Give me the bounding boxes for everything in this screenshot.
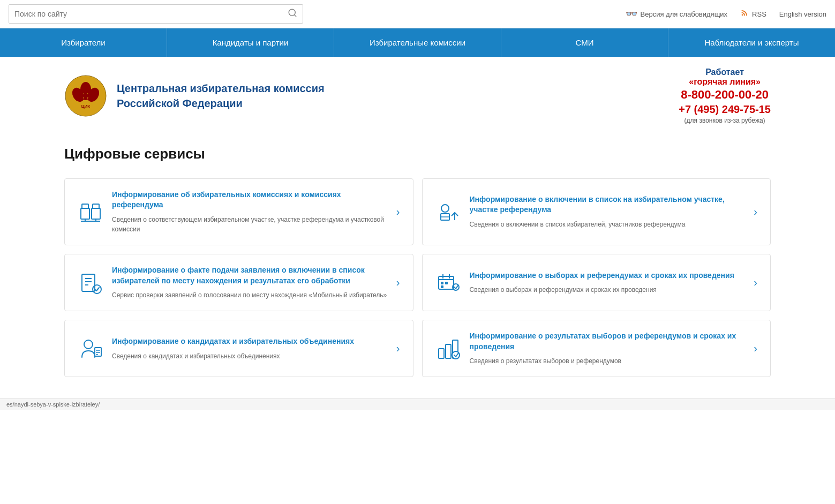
service-title-5: Информирование о кандидатах и избиратель… bbox=[112, 336, 388, 347]
service-card-3[interactable]: Информирование о факте подачи заявления … bbox=[64, 254, 413, 311]
service-title-2: Информирование о включении в список на и… bbox=[470, 194, 746, 215]
svg-text:ЦИК: ЦИК bbox=[81, 104, 91, 109]
rss-icon bbox=[740, 9, 749, 19]
candidates-icon bbox=[78, 336, 103, 362]
rss-link[interactable]: RSS bbox=[740, 9, 766, 19]
arrow-icon-3: › bbox=[396, 276, 400, 289]
hotline-note: (для звонков из-за рубежа) bbox=[679, 117, 771, 124]
status-url: es/naydi-sebya-v-spiske-izbirateley/ bbox=[6, 401, 100, 408]
status-bar: es/naydi-sebya-v-spiske-izbirateley/ bbox=[0, 398, 835, 410]
service-text-2: Информирование о включении в список на и… bbox=[470, 194, 746, 229]
svg-point-27 bbox=[93, 285, 101, 294]
service-desc-5: Сведения о кандидатах и избирательных об… bbox=[112, 351, 388, 361]
service-text-1: Информирование об избирательных комиссия… bbox=[112, 190, 388, 234]
top-right-links: 👓 Версия для слабовидящих RSS English ve… bbox=[626, 8, 827, 20]
service-title-1: Информирование об избирательных комиссия… bbox=[112, 190, 388, 210]
hotline-quote: «горячая линия» bbox=[679, 77, 771, 87]
arrow-icon-1: › bbox=[396, 206, 400, 218]
service-desc-1: Сведения о соответствующем избирательном… bbox=[112, 215, 388, 234]
service-card-2[interactable]: Информирование о включении в список на и… bbox=[422, 178, 771, 245]
rss-label: RSS bbox=[752, 10, 766, 18]
service-desc-6: Сведения о результатах выборов и референ… bbox=[470, 356, 746, 366]
service-card-4[interactable]: Информирование о выборах и референдумах … bbox=[422, 254, 771, 311]
nav-item-commissions[interactable]: Избирательные комиссии bbox=[334, 28, 501, 57]
svg-rect-41 bbox=[439, 349, 444, 358]
hotline-section: Работает «горячая линия» 8-800-200-00-20… bbox=[679, 67, 771, 124]
svg-rect-32 bbox=[441, 282, 443, 284]
svg-point-2 bbox=[742, 14, 743, 16]
arrow-icon-2: › bbox=[754, 206, 757, 218]
main-content: Цифровые сервисы Информирование об избир… bbox=[0, 135, 835, 399]
arrow-icon-6: › bbox=[754, 342, 757, 355]
svg-point-20 bbox=[441, 205, 449, 212]
service-text-3: Информирование о факте подачи заявления … bbox=[112, 265, 388, 300]
svg-rect-14 bbox=[82, 204, 88, 208]
service-card-6[interactable]: Информирование о результатах выборов и р… bbox=[422, 320, 771, 377]
service-text-4: Информирование о выборах и референдумах … bbox=[470, 270, 746, 295]
logo-emblem: ЦИК bbox=[64, 74, 107, 117]
nav-item-observers[interactable]: Наблюдатели и эксперты bbox=[668, 28, 835, 57]
svg-rect-42 bbox=[446, 344, 451, 358]
results-icon bbox=[435, 336, 461, 362]
svg-rect-13 bbox=[92, 208, 100, 219]
voter-list-icon bbox=[435, 199, 461, 224]
hotline-label: Работает bbox=[679, 67, 771, 77]
search-input[interactable] bbox=[14, 10, 288, 18]
visually-impaired-icon: 👓 bbox=[626, 8, 637, 20]
header-area: ЦИК Центральная избирательная комиссия Р… bbox=[0, 57, 835, 135]
election-commission-icon bbox=[78, 199, 103, 224]
svg-rect-10 bbox=[82, 94, 89, 97]
svg-rect-34 bbox=[441, 285, 443, 288]
logo-section: ЦИК Центральная избирательная комиссия Р… bbox=[64, 74, 325, 117]
arrow-icon-5: › bbox=[396, 342, 400, 355]
service-desc-4: Сведения о выборах и референдумах и срок… bbox=[470, 285, 746, 295]
svg-line-1 bbox=[294, 14, 296, 16]
nav-item-voters[interactable]: Избиратели bbox=[0, 28, 167, 57]
service-desc-3: Сервис проверки заявлений о голосовании … bbox=[112, 290, 388, 300]
service-text-5: Информирование о кандидатах и избиратель… bbox=[112, 336, 388, 361]
nav-item-candidates[interactable]: Кандидаты и партии bbox=[167, 28, 334, 57]
search-icon bbox=[288, 8, 297, 18]
hotline-number-2: +7 (495) 249-75-15 bbox=[679, 103, 771, 116]
svg-rect-12 bbox=[81, 208, 89, 219]
service-title-4: Информирование о выборах и референдумах … bbox=[470, 270, 746, 281]
nav-bar: Избиратели Кандидаты и партии Избиратель… bbox=[0, 28, 835, 57]
visually-impaired-link[interactable]: 👓 Версия для слабовидящих bbox=[626, 8, 728, 20]
english-label: English version bbox=[779, 10, 826, 18]
english-link[interactable]: English version bbox=[779, 10, 826, 18]
service-desc-2: Сведения о включении в список избирателе… bbox=[470, 220, 746, 229]
svg-rect-33 bbox=[445, 282, 448, 284]
svg-rect-15 bbox=[93, 204, 99, 208]
top-bar: 👓 Версия для слабовидящих RSS English ve… bbox=[0, 0, 835, 28]
section-title: Цифровые сервисы bbox=[64, 146, 771, 162]
service-card-5[interactable]: Информирование о кандидатах и избиратель… bbox=[64, 320, 413, 377]
search-button[interactable] bbox=[288, 8, 297, 20]
svg-point-36 bbox=[84, 340, 93, 349]
search-wrapper bbox=[9, 4, 303, 24]
nav-item-media[interactable]: СМИ bbox=[501, 28, 668, 57]
arrow-icon-4: › bbox=[754, 276, 757, 289]
application-icon bbox=[78, 270, 103, 296]
service-card-1[interactable]: Информирование об избирательных комиссия… bbox=[64, 178, 413, 245]
org-title: Центральная избирательная комиссия Росси… bbox=[117, 81, 325, 111]
service-title-6: Информирование о результатах выборов и р… bbox=[470, 331, 746, 352]
services-grid: Информирование об избирательных комиссия… bbox=[64, 178, 771, 378]
visually-impaired-label: Версия для слабовидящих bbox=[641, 10, 728, 18]
elections-dates-icon bbox=[435, 270, 461, 296]
service-title-3: Информирование о факте подачи заявления … bbox=[112, 265, 388, 286]
hotline-number-1: 8-800-200-00-20 bbox=[679, 87, 771, 103]
service-text-6: Информирование о результатах выборов и р… bbox=[470, 331, 746, 366]
